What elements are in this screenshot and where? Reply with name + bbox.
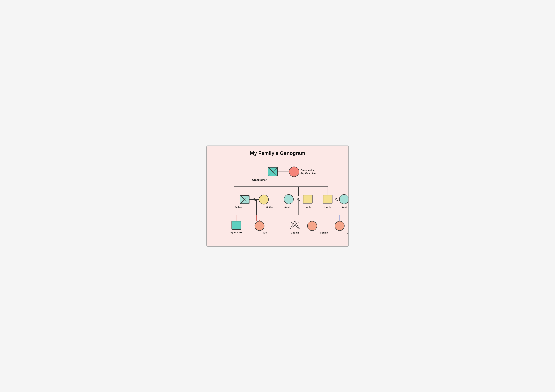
genogram-page: My Family's Genogram Grandfather Grandmo… [206,145,349,247]
uncle2-label: Uncle [324,206,331,208]
aunt1-label: Aunt [284,206,290,208]
cousin3-label: Cousin [347,231,348,234]
cousin3-symbol [335,221,344,231]
aunt2-symbol [339,194,348,204]
aunt2-label: Aunt [341,206,347,208]
aunt1-symbol [284,194,293,204]
uncle1-symbol [303,195,312,203]
uncle2-symbol [323,195,332,203]
genogram-svg: Grandfather Grandmother (My Guardian) Fa… [207,146,348,246]
cousin2-label: Cousin [320,231,328,234]
brother-symbol [232,221,241,229]
cousin-deceased-label: Cousin [291,231,299,234]
cousin2-symbol [307,221,317,231]
mother-symbol [259,195,268,204]
uncle1-label: Uncle [305,206,311,208]
mother-label: Mother [266,206,274,208]
brother-label: My Brother [230,231,242,234]
me-label: Me [263,231,267,234]
grandmother-label: Grandmother [300,169,315,171]
grandmother-symbol [289,167,299,177]
father-label: Father [234,206,242,208]
me-symbol [255,221,264,231]
grandfather-label: Grandfather [252,178,267,181]
grandmother-label2: (My Guardian) [300,172,316,174]
